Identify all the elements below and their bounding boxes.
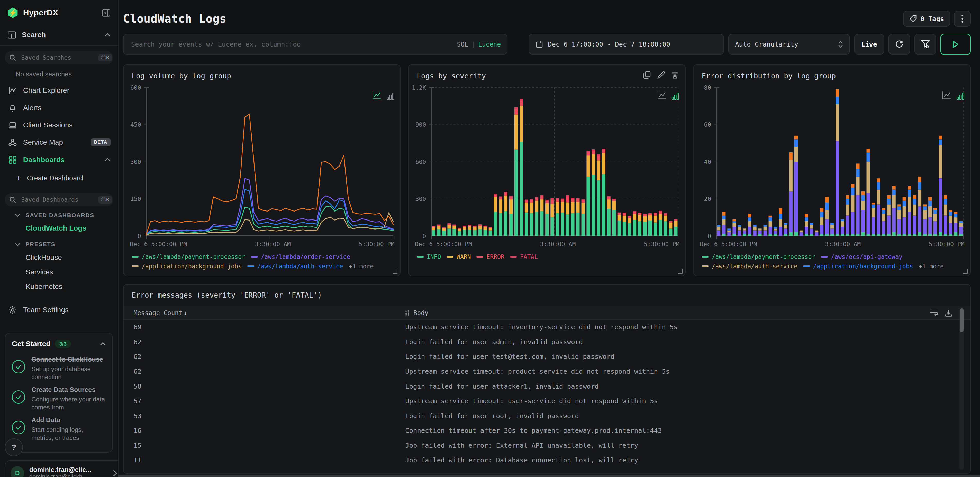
- date-range-picker[interactable]: Dec 6 17:00:00 - Dec 7 18:00:00: [528, 34, 724, 55]
- table-rows: 69Upstream service timeout: inventory-se…: [124, 320, 970, 473]
- legend-item[interactable]: /application/background-jobs: [803, 263, 913, 270]
- legend-item[interactable]: /aws/lambda/payment-processor: [702, 253, 816, 260]
- cell-body: Login failed for user root, invalid pass…: [405, 412, 970, 420]
- duplicate-icon[interactable]: [643, 71, 651, 79]
- line-chart-mode-icon[interactable]: [657, 91, 667, 100]
- panel-resize-handle[interactable]: [393, 269, 398, 274]
- saved-searches-field[interactable]: [20, 54, 99, 62]
- sidebar-item-dashboards[interactable]: Dashboards: [0, 151, 118, 169]
- get-started-step[interactable]: Connect to ClickHouse Set up your databa…: [5, 351, 112, 381]
- brand-name: HyperDX: [23, 8, 58, 17]
- table-row[interactable]: 69Upstream service timeout: inventory-se…: [124, 320, 970, 334]
- chevron-up-icon[interactable]: [104, 158, 111, 162]
- get-started-step[interactable]: Add Data Start sending logs, metrics, or…: [5, 412, 112, 442]
- sidebar-item-cloudwatch-logs[interactable]: CloudWatch Logs: [0, 221, 118, 235]
- table-scrollbar[interactable]: [959, 307, 964, 469]
- sidebar-item-alerts[interactable]: Alerts: [0, 99, 118, 117]
- legend-item[interactable]: /application/background-jobs: [132, 263, 242, 270]
- lucene-toggle[interactable]: Lucene: [478, 41, 501, 48]
- table-row[interactable]: 62Upstream service timeout: product-serv…: [124, 364, 970, 379]
- filter-button[interactable]: [915, 34, 936, 55]
- download-icon[interactable]: [945, 309, 953, 317]
- get-started-step[interactable]: Create Data Sources Configure where your…: [5, 381, 112, 412]
- chevron-up-icon[interactable]: [104, 33, 111, 37]
- legend-item[interactable]: INFO: [417, 253, 441, 260]
- table-row[interactable]: 15Job failed with error: External API un…: [124, 438, 970, 453]
- table-row[interactable]: 57Upstream service timeout: user-service…: [124, 393, 970, 409]
- search-icon: [9, 196, 16, 203]
- saved-dashboards-field[interactable]: [20, 196, 99, 204]
- legend-label: FATAL: [520, 253, 538, 260]
- bar-chart-mode-icon[interactable]: [956, 92, 964, 100]
- horizontal-scrollbar[interactable]: [118, 475, 980, 477]
- edit-icon[interactable]: [657, 71, 665, 79]
- event-search-input[interactable]: SQL | Lucene: [123, 34, 508, 55]
- sidebar-item-clickhouse[interactable]: ClickHouse: [0, 250, 118, 265]
- chart-canvas[interactable]: [714, 87, 965, 241]
- legend-item[interactable]: WARN: [447, 253, 471, 260]
- table-title: Error messages (severity 'ERROR' or 'FAT…: [132, 291, 322, 299]
- panel-resize-handle[interactable]: [963, 269, 968, 274]
- user-account-button[interactable]: D dominic.tran@clic... dominic.tran@clic…: [5, 460, 119, 477]
- chart-legend: INFOWARNERRORFATAL: [417, 252, 538, 261]
- bar-chart-mode-icon[interactable]: [671, 92, 679, 100]
- panel-resize-handle[interactable]: [678, 269, 683, 274]
- chart-canvas[interactable]: [143, 87, 395, 241]
- granularity-select[interactable]: Auto Granularity: [728, 34, 850, 55]
- bar-chart-mode-icon[interactable]: [387, 92, 395, 100]
- date-range-label: Dec 6 17:00:00 - Dec 7 18:00:00: [548, 40, 670, 48]
- legend-item[interactable]: ERROR: [476, 253, 504, 260]
- sidebar-item-kubernetes[interactable]: Kubernetes: [0, 279, 118, 294]
- y-tick-label: 450: [130, 121, 141, 128]
- run-query-button[interactable]: [940, 34, 971, 55]
- saved-dashboards-header[interactable]: SAVED DASHBOARDS: [0, 207, 118, 221]
- create-dashboard-button[interactable]: + Create Dashboard: [0, 169, 118, 188]
- sql-toggle[interactable]: SQL: [457, 41, 468, 48]
- chevron-up-icon[interactable]: [100, 342, 106, 346]
- sidebar-item-search[interactable]: Search: [0, 24, 118, 46]
- table-row[interactable]: 62Login failed for user test@test.com, i…: [124, 349, 970, 364]
- sidebar-item-client-sessions[interactable]: Client Sessions: [0, 117, 118, 134]
- drag-handle-icon[interactable]: [405, 310, 409, 316]
- column-header-body[interactable]: Body: [405, 309, 970, 317]
- x-tick-label: 3:30:00 AM: [540, 241, 576, 248]
- legend-item[interactable]: /aws/ecs/api-gateway: [821, 253, 902, 260]
- saved-dashboards-input[interactable]: ⌘K: [5, 193, 113, 207]
- wrap-text-icon[interactable]: [930, 309, 939, 317]
- sidebar-collapse-icon[interactable]: [102, 8, 111, 17]
- sidebar-item-chart-explorer[interactable]: Chart Explorer: [0, 82, 118, 99]
- presets-header[interactable]: PRESETS: [0, 236, 118, 251]
- chart-canvas[interactable]: [428, 87, 680, 241]
- refresh-button[interactable]: [888, 34, 910, 55]
- step-title: Create Data Sources: [31, 385, 105, 394]
- sidebar-item-services[interactable]: Services: [0, 265, 118, 279]
- table-row[interactable]: 11Job failed with error: Database connec…: [124, 453, 970, 468]
- tags-button[interactable]: 0 Tags: [903, 11, 950, 27]
- table-row[interactable]: 62Login failed for user admin, invalid p…: [124, 334, 970, 349]
- sidebar-item-team-settings[interactable]: Team Settings: [0, 301, 118, 319]
- legend-more-link[interactable]: +1 more: [348, 263, 374, 270]
- table-row[interactable]: 58Login failed for user attacker1, inval…: [124, 379, 970, 394]
- delete-icon[interactable]: [671, 71, 679, 79]
- legend-swatch: [417, 256, 424, 258]
- more-menu-button[interactable]: [954, 11, 971, 27]
- event-search-field[interactable]: [130, 40, 457, 49]
- legend-more-link[interactable]: +1 more: [919, 263, 944, 270]
- legend-item[interactable]: /aws/lambda/auth-service: [247, 263, 343, 270]
- legend-item[interactable]: /aws/lambda/payment-processor: [132, 253, 245, 260]
- help-button[interactable]: ?: [5, 439, 23, 456]
- cell-body: Login failed for user admin, invalid pas…: [405, 338, 970, 346]
- saved-searches-input[interactable]: ⌘K: [5, 51, 113, 64]
- table-row[interactable]: 16Connection timeout after 30s to paymen…: [124, 423, 970, 438]
- table-row[interactable]: 53Login failed for user root, invalid pa…: [124, 409, 970, 423]
- column-header-message-count[interactable]: Message Count ↓: [124, 309, 406, 316]
- scrollbar-thumb[interactable]: [960, 308, 964, 332]
- line-chart-mode-icon[interactable]: [942, 91, 951, 100]
- legend-label: /aws/lambda/payment-processor: [142, 253, 245, 260]
- legend-item[interactable]: /aws/lambda/auth-service: [702, 263, 797, 270]
- legend-item[interactable]: FATAL: [510, 253, 538, 260]
- line-chart-mode-icon[interactable]: [372, 91, 381, 100]
- sidebar-item-service-map[interactable]: Service Map BETA: [0, 134, 118, 151]
- legend-item[interactable]: /aws/lambda/order-service: [251, 253, 350, 260]
- live-button[interactable]: Live: [854, 34, 884, 55]
